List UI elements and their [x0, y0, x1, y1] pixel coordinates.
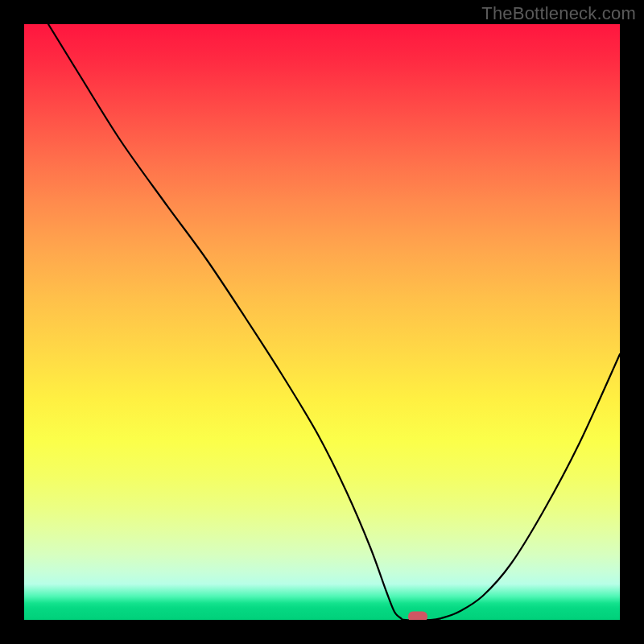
minimum-marker [408, 612, 427, 621]
bottleneck-curve [48, 24, 620, 620]
watermark-text: TheBottleneck.com [481, 3, 636, 24]
plot-area [24, 24, 620, 620]
chart-frame: TheBottleneck.com [0, 0, 644, 644]
curve-svg [24, 24, 620, 620]
